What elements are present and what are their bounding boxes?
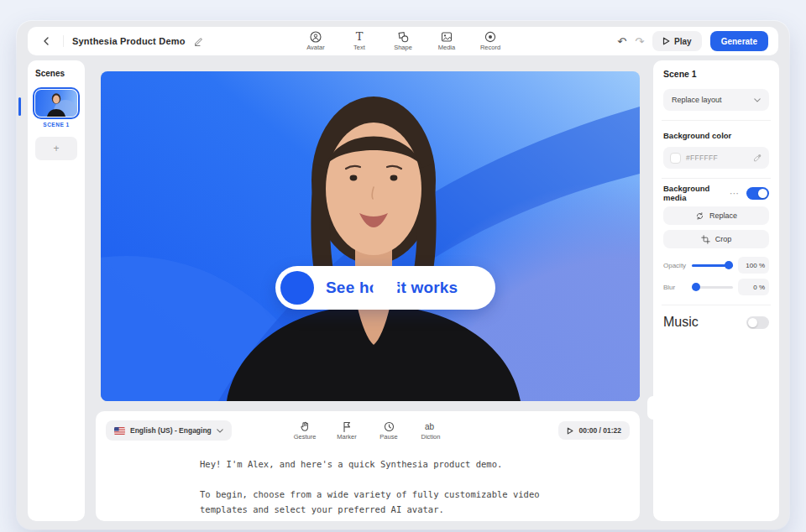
chevron-left-icon	[43, 37, 50, 45]
toolbar-item-record[interactable]: Record	[478, 31, 503, 51]
crop-button[interactable]: Crop	[663, 230, 769, 248]
script-paragraph: To begin, choose from a wide variety of …	[200, 487, 576, 517]
scene-thumbnail-avatar	[35, 90, 77, 117]
playback-time-button[interactable]: 00:00 / 01:22	[558, 421, 630, 440]
project-title: Synthesia Product Demo	[72, 36, 186, 46]
blur-value[interactable]: 0 %	[738, 279, 769, 295]
background-media-row: Background media ⋯	[663, 186, 769, 200]
toolbar-item-avatar[interactable]: Avatar	[303, 31, 328, 51]
crop-icon	[701, 235, 710, 244]
video-canvas[interactable]: See how it works	[101, 71, 640, 401]
blur-row: Blur 0 %	[663, 279, 769, 295]
blur-slider-knob[interactable]	[692, 283, 700, 291]
blur-slider[interactable]	[692, 283, 733, 291]
script-text-editor[interactable]: Hey! I'm Alex, and here's a quick Synthe…	[106, 456, 576, 517]
background-media-toggle[interactable]	[746, 187, 769, 200]
chevron-down-icon	[754, 98, 761, 102]
background-color-input[interactable]: #FFFFFF	[663, 147, 769, 169]
toolbar-item-text[interactable]: T Text	[347, 31, 372, 51]
voice-label: English (US) - Engaging	[130, 426, 212, 435]
cta-button-element[interactable]: See how it works	[275, 266, 495, 310]
divider	[63, 35, 64, 47]
divider	[662, 120, 771, 121]
avatar-figure[interactable]	[101, 71, 640, 401]
panel-collapse-handle[interactable]	[647, 396, 659, 420]
inspector-panel: Scene 1 Replace layout Background color …	[653, 60, 779, 521]
scene-label: SCENE 1	[35, 122, 77, 128]
app-window: Synthesia Product Demo Avatar T Text Sha…	[17, 21, 789, 529]
eyedropper-icon[interactable]	[753, 154, 762, 163]
replace-icon	[695, 211, 704, 221]
blur-label: Blur	[663, 284, 687, 291]
diction-icon: ab	[424, 421, 437, 432]
scene-thumbnail-1[interactable]	[35, 90, 77, 117]
divider	[662, 305, 771, 305]
play-button[interactable]: Play	[652, 31, 702, 51]
script-panel: English (US) - Engaging Gesture Marker	[96, 411, 640, 521]
record-icon	[484, 31, 496, 43]
toolbar-item-shape[interactable]: Shape	[390, 31, 416, 51]
script-paragraph: Hey! I'm Alex, and here's a quick Synthe…	[200, 456, 576, 472]
color-value: #FFFFFF	[686, 154, 718, 162]
opacity-slider-knob[interactable]	[725, 261, 733, 269]
script-tool-gesture[interactable]: Gesture	[291, 421, 318, 441]
media-icon	[441, 31, 453, 43]
cta-play-icon	[280, 271, 314, 305]
inspector-scene-heading: Scene 1	[663, 69, 769, 79]
toolbar-item-media[interactable]: Media	[434, 31, 459, 51]
script-tool-diction[interactable]: ab Diction	[417, 421, 444, 441]
opacity-value[interactable]: 100 %	[738, 257, 769, 274]
plus-icon: +	[53, 143, 59, 154]
more-options-icon[interactable]: ⋯	[730, 190, 740, 196]
music-row: Music	[663, 316, 769, 329]
text-icon: T	[356, 31, 364, 43]
layout-select[interactable]: Replace layout	[663, 89, 769, 111]
marker-icon	[342, 421, 352, 432]
background-media-label: Background media	[663, 184, 730, 202]
music-toggle[interactable]	[746, 316, 769, 329]
script-tool-marker[interactable]: Marker	[333, 421, 360, 441]
play-icon	[662, 37, 670, 45]
music-label: Music	[663, 315, 699, 330]
edit-title-button[interactable]	[194, 37, 203, 46]
shape-icon	[397, 31, 409, 43]
add-scene-button[interactable]: +	[35, 137, 77, 160]
script-toolbar: English (US) - Engaging Gesture Marker	[106, 420, 630, 441]
scenes-heading: Scenes	[35, 69, 77, 78]
back-button[interactable]	[38, 33, 55, 50]
voice-selector[interactable]: English (US) - Engaging	[106, 420, 232, 441]
undo-icon[interactable]: ↶	[617, 36, 626, 47]
toggle-knob	[758, 189, 767, 198]
pencil-icon	[194, 37, 203, 46]
generate-button[interactable]: Generate	[710, 31, 768, 51]
color-swatch[interactable]	[670, 153, 681, 164]
pause-clock-icon	[384, 421, 395, 432]
us-flag-icon	[114, 427, 125, 435]
scenes-panel: Scenes SCENE 1 +	[28, 60, 85, 521]
replace-media-button[interactable]: Replace	[663, 206, 769, 225]
chevron-down-icon	[217, 429, 223, 433]
background-color-label: Background color	[663, 131, 769, 140]
svg-text:ab: ab	[425, 422, 435, 431]
play-icon	[567, 427, 573, 435]
redo-icon[interactable]: ↷	[635, 36, 644, 47]
toggle-knob	[748, 318, 757, 327]
opacity-row: Opacity 100 %	[663, 257, 769, 274]
scene-selected-indicator	[18, 97, 21, 116]
opacity-slider[interactable]	[692, 261, 733, 269]
divider	[662, 178, 771, 179]
gesture-icon	[300, 421, 311, 432]
opacity-label: Opacity	[663, 262, 687, 269]
avatar-icon	[310, 31, 322, 43]
time-label: 00:00 / 01:22	[578, 426, 621, 435]
top-toolbar: Synthesia Product Demo Avatar T Text Sha…	[28, 27, 778, 55]
script-tool-pause[interactable]: Pause	[375, 421, 402, 441]
